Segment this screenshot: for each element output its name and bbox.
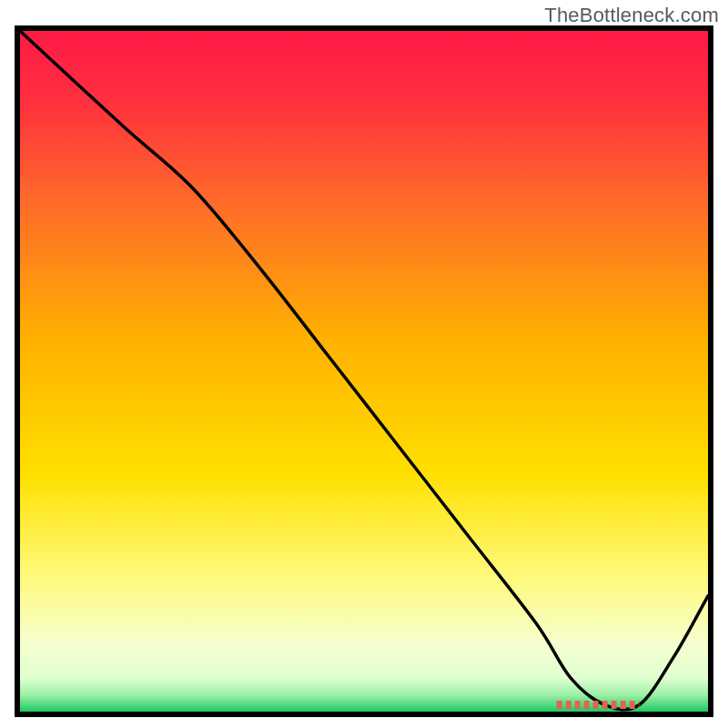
watermark-text: TheBottleneck.com [544, 4, 719, 27]
chart-container: TheBottleneck.com [0, 0, 728, 728]
plot-area [15, 25, 713, 717]
chart-svg [15, 25, 713, 717]
gradient-background [20, 31, 708, 712]
